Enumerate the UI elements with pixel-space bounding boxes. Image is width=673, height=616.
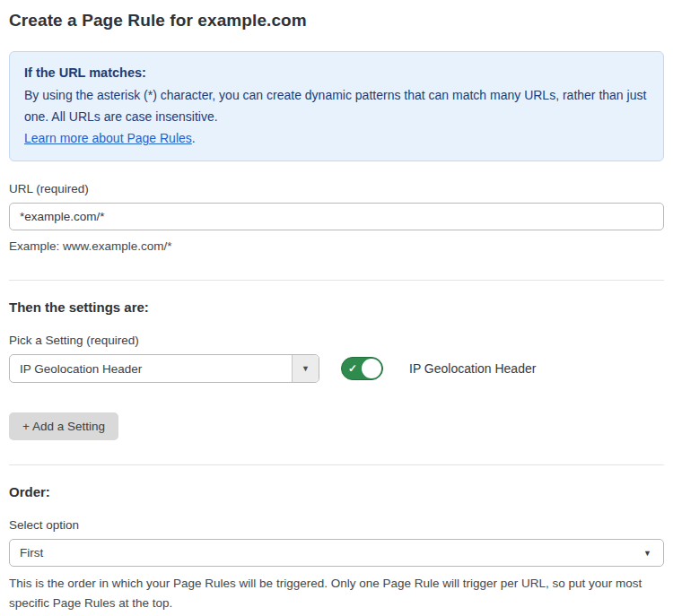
url-example-text: Example: www.example.com/* — [9, 238, 664, 256]
order-section-heading: Order: — [9, 484, 664, 499]
order-select[interactable]: First ▼ — [9, 539, 664, 567]
divider — [9, 280, 664, 281]
add-setting-button[interactable]: + Add a Setting — [9, 412, 118, 440]
order-select-value: First — [20, 546, 43, 560]
url-matches-info-box: If the URL matches: By using the asteris… — [9, 51, 664, 161]
settings-section-heading: Then the settings are: — [9, 299, 664, 315]
toggle-knob — [362, 359, 381, 378]
info-box-link-line: Learn more about Page Rules. — [24, 127, 649, 149]
info-box-heading: If the URL matches: — [24, 62, 649, 83]
divider — [9, 464, 664, 465]
info-box-body: By using the asterisk (*) character, you… — [24, 84, 649, 127]
check-icon: ✓ — [348, 363, 357, 374]
order-description: This is the order in which your Page Rul… — [9, 574, 664, 613]
chevron-down-icon: ▼ — [302, 364, 310, 373]
setting-select-value: IP Geolocation Header — [10, 355, 292, 382]
link-suffix: . — [192, 131, 196, 145]
url-input[interactable] — [9, 203, 664, 230]
setting-select-arrow-button[interactable]: ▼ — [292, 355, 319, 382]
toggle-label: IP Geolocation Header — [409, 361, 536, 376]
pick-setting-label: Pick a Setting (required) — [9, 334, 664, 347]
setting-select[interactable]: IP Geolocation Header ▼ — [9, 354, 319, 383]
chevron-down-icon: ▼ — [643, 549, 651, 558]
page-title: Create a Page Rule for example.com — [9, 11, 664, 30]
setting-row: IP Geolocation Header ▼ ✓ IP Geolocation… — [9, 354, 664, 383]
learn-more-link[interactable]: Learn more about Page Rules — [24, 131, 192, 145]
url-field-label: URL (required) — [9, 182, 664, 195]
page-rule-form: Create a Page Rule for example.com If th… — [0, 0, 673, 616]
geolocation-toggle[interactable]: ✓ — [341, 357, 383, 380]
order-select-label: Select option — [9, 518, 664, 532]
